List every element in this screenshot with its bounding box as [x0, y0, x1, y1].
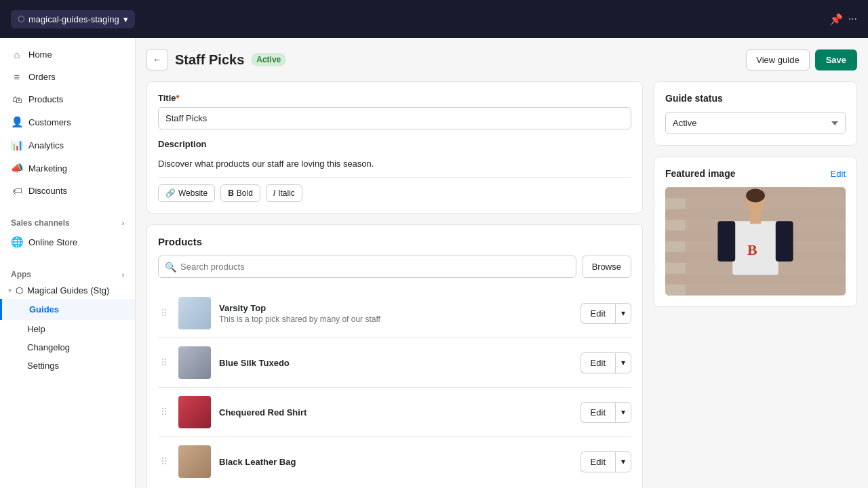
product-dropdown-button[interactable]: ▾ — [615, 402, 631, 423]
format-toolbar: 🔗 Website B Bold I Italic — [158, 178, 631, 202]
app-layout: ⌂ Home ≡ Orders 🛍 Products 👤 Customers 📊… — [0, 38, 868, 488]
featured-image-title: Featured image — [665, 168, 735, 179]
orders-icon: ≡ — [11, 71, 23, 83]
drag-handle[interactable]: ⠿ — [158, 308, 170, 319]
top-bar: ⬡ magical-guides-staging ▾ 📌 ··· — [0, 0, 868, 38]
featured-image-header: Featured image Edit — [665, 168, 846, 179]
more-icon[interactable]: ··· — [848, 13, 857, 25]
save-button[interactable]: Save — [815, 49, 857, 70]
featured-image-edit-button[interactable]: Edit — [831, 169, 846, 179]
products-card: Products 🔍 Browse ⠿ Varsity Top — [146, 224, 643, 488]
sidebar-item-home[interactable]: ⌂ Home — [0, 43, 135, 66]
guides-label: Guides — [29, 304, 59, 314]
search-input-wrapper: 🔍 — [158, 256, 576, 278]
product-actions: Edit ▾ — [580, 451, 631, 472]
guide-status-card: Guide status Active Draft — [654, 81, 857, 146]
apps-chevron[interactable]: › — [122, 271, 124, 279]
analytics-icon: 📊 — [11, 139, 23, 151]
drag-handle[interactable]: ⠿ — [158, 407, 170, 418]
sidebar-item-analytics[interactable]: 📊 Analytics — [0, 134, 135, 157]
product-actions: Edit ▾ — [580, 303, 631, 324]
svg-rect-17 — [750, 211, 761, 224]
product-name: Chequered Red Shirt — [219, 407, 572, 418]
sales-channels-chevron[interactable]: › — [122, 220, 124, 227]
italic-format-button[interactable]: I Italic — [266, 184, 302, 202]
svg-text:B: B — [747, 242, 757, 258]
apps-section: Apps › ▾ ⬡ Magical Guides (Stg) Guides H… — [0, 259, 135, 380]
product-dropdown-button[interactable]: ▾ — [615, 352, 631, 373]
sidebar-item-products[interactable]: 🛍 Products — [0, 88, 135, 110]
svg-rect-10 — [686, 285, 846, 296]
sidebar-item-orders-label: Orders — [28, 72, 56, 82]
top-bar-right: 📌 ··· — [829, 13, 857, 26]
sidebar-item-marketing[interactable]: 📣 Marketing — [0, 157, 135, 180]
content-grid: Title* Description Discover what product… — [146, 81, 857, 488]
sidebar: ⌂ Home ≡ Orders 🛍 Products 👤 Customers 📊… — [0, 38, 136, 488]
sidebar-item-online-store[interactable]: 🌐 Online Store — [0, 230, 135, 253]
featured-image-card: Featured image Edit — [654, 157, 857, 307]
italic-icon: I — [273, 188, 275, 198]
sidebar-item-customers[interactable]: 👤 Customers — [0, 110, 135, 134]
products-icon: 🛍 — [11, 94, 23, 105]
search-products-input[interactable] — [158, 256, 576, 278]
italic-label: Italic — [278, 188, 295, 198]
browse-button[interactable]: Browse — [582, 256, 631, 278]
featured-image-svg: B — [665, 187, 846, 296]
product-edit-button[interactable]: Edit — [580, 303, 615, 324]
title-field-label: Title* — [158, 93, 631, 103]
view-guide-button[interactable]: View guide — [746, 49, 809, 70]
discounts-icon: 🏷 — [11, 185, 23, 197]
sidebar-item-orders[interactable]: ≡ Orders — [0, 66, 135, 88]
pin-icon[interactable]: 📌 — [829, 13, 843, 26]
right-column: Guide status Active Draft Featured image… — [654, 81, 857, 318]
store-icon: ⬡ — [18, 14, 24, 24]
featured-image-placeholder: B — [665, 187, 846, 296]
bold-format-button[interactable]: B Bold — [220, 184, 260, 202]
svg-rect-15 — [776, 221, 793, 262]
page-header-left: ← Staff Picks Active — [146, 49, 286, 70]
back-button[interactable]: ← — [146, 49, 168, 70]
product-dropdown-button[interactable]: ▾ — [615, 303, 631, 324]
product-row: ⠿ Black Leather Bag Edit ▾ — [158, 437, 631, 486]
search-icon: 🔍 — [165, 262, 176, 272]
svg-rect-2 — [686, 198, 846, 209]
sidebar-item-settings[interactable]: Settings — [0, 357, 135, 375]
product-row: ⠿ Varsity Top This is a top pick shared … — [158, 289, 631, 338]
required-marker: * — [176, 93, 180, 103]
tree-collapse-icon: ▾ — [8, 287, 12, 294]
drag-handle[interactable]: ⠿ — [158, 456, 170, 467]
title-description-card: Title* Description Discover what product… — [146, 81, 643, 214]
products-section-title: Products — [158, 236, 631, 247]
product-name: Varsity Top — [219, 303, 572, 313]
marketing-icon: 📣 — [11, 162, 23, 174]
product-image-black-leather-bag — [178, 445, 211, 478]
svg-rect-14 — [717, 221, 735, 262]
sidebar-item-discounts[interactable]: 🏷 Discounts — [0, 180, 135, 202]
website-format-button[interactable]: 🔗 Website — [158, 184, 215, 202]
guide-status-select[interactable]: Active Draft — [665, 112, 846, 134]
store-chevron-icon: ▾ — [123, 14, 128, 24]
description-field-label: Description — [158, 139, 631, 149]
sidebar-item-discounts-label: Discounts — [28, 186, 67, 196]
sidebar-item-changelog[interactable]: Changelog — [0, 338, 135, 357]
title-input[interactable] — [158, 107, 631, 129]
product-edit-button[interactable]: Edit — [580, 451, 615, 472]
featured-image-container: B — [665, 187, 846, 296]
sidebar-item-guides[interactable]: Guides — [0, 299, 135, 320]
left-column: Title* Description Discover what product… — [146, 81, 643, 488]
product-image-varsity-top — [178, 297, 211, 329]
product-dropdown-button[interactable]: ▾ — [615, 451, 631, 472]
product-image-chequered-red-shirt — [178, 396, 211, 428]
product-edit-button[interactable]: Edit — [580, 402, 615, 423]
sidebar-item-magical-guides[interactable]: ▾ ⬡ Magical Guides (Stg) — [0, 282, 135, 299]
sidebar-item-products-label: Products — [28, 94, 63, 104]
store-selector[interactable]: ⬡ magical-guides-staging ▾ — [11, 10, 135, 28]
sidebar-item-help[interactable]: Help — [0, 320, 135, 338]
product-edit-button[interactable]: Edit — [580, 352, 615, 373]
product-image-blue-silk-tuxedo — [178, 346, 211, 379]
drag-handle[interactable]: ⠿ — [158, 357, 170, 368]
magical-guides-label: Magical Guides (Stg) — [27, 285, 109, 296]
product-row: ⠿ Blue Silk Tuxedo Edit ▾ — [158, 338, 631, 388]
product-name: Blue Silk Tuxedo — [219, 358, 572, 368]
apps-section-label: Apps › — [0, 264, 135, 282]
